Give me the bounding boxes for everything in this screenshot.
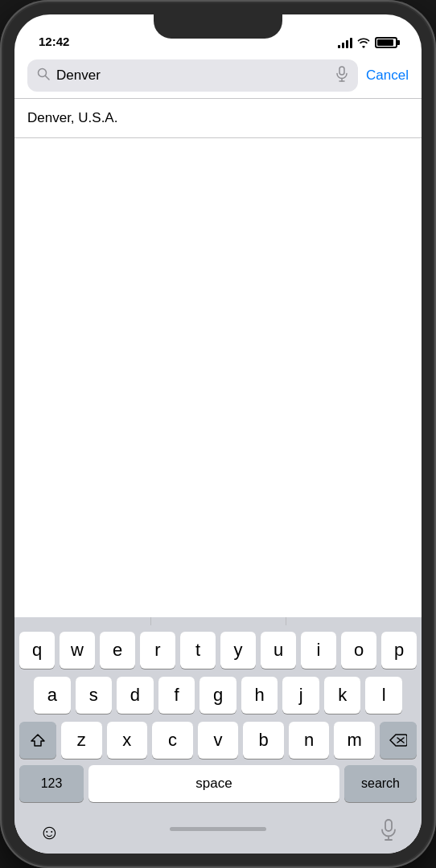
keyboard: q w e r t y u i o p a s d f g xyxy=(14,617,422,854)
key-s[interactable]: s xyxy=(76,677,113,714)
bottom-row: 123 space search xyxy=(14,759,422,810)
result-item[interactable]: Denver, U.S.A. xyxy=(14,99,422,138)
key-i[interactable]: i xyxy=(301,632,336,669)
notch xyxy=(154,14,282,39)
key-v[interactable]: v xyxy=(198,722,239,759)
wifi-icon xyxy=(356,37,371,48)
key-q[interactable]: q xyxy=(19,632,55,669)
keyboard-top-strip xyxy=(14,617,422,625)
home-indicator xyxy=(170,827,266,831)
search-icon xyxy=(37,68,50,84)
key-w[interactable]: w xyxy=(60,632,95,669)
result-list: Denver, U.S.A. xyxy=(14,99,422,617)
emoji-button[interactable]: ☺ xyxy=(39,820,60,845)
key-123[interactable]: 123 xyxy=(19,765,84,802)
key-f[interactable]: f xyxy=(158,677,195,714)
search-input[interactable] xyxy=(56,68,329,84)
key-e[interactable]: e xyxy=(100,632,135,669)
key-c[interactable]: c xyxy=(152,722,193,759)
key-a[interactable]: a xyxy=(34,677,71,714)
keyboard-bottom-bar: ☺ xyxy=(14,810,422,854)
key-p[interactable]: p xyxy=(381,632,417,669)
mic-icon[interactable] xyxy=(335,66,348,85)
key-l[interactable]: l xyxy=(365,677,402,714)
key-r[interactable]: r xyxy=(140,632,175,669)
battery-icon xyxy=(375,37,397,48)
key-u[interactable]: u xyxy=(261,632,296,669)
key-b[interactable]: b xyxy=(243,722,284,759)
search-key[interactable]: search xyxy=(344,765,417,802)
backspace-key[interactable] xyxy=(380,722,417,759)
key-x[interactable]: x xyxy=(107,722,148,759)
shift-key[interactable] xyxy=(19,722,56,759)
key-t[interactable]: t xyxy=(180,632,216,669)
key-k[interactable]: k xyxy=(324,677,361,714)
status-icons xyxy=(338,37,397,48)
key-z[interactable]: z xyxy=(61,722,102,759)
svg-rect-7 xyxy=(385,820,392,831)
key-n[interactable]: n xyxy=(289,722,330,759)
key-row-2: a s d f g h j k l xyxy=(19,677,417,714)
signal-icon xyxy=(338,37,352,48)
space-key[interactable]: space xyxy=(88,765,339,802)
phone-frame: 12:42 xyxy=(0,0,436,868)
key-row-3: z x c v b n m xyxy=(19,722,417,759)
key-d[interactable]: d xyxy=(117,677,154,714)
key-g[interactable]: g xyxy=(199,677,237,714)
key-row-1: q w e r t y u i o p xyxy=(19,632,417,669)
key-m[interactable]: m xyxy=(334,722,375,759)
screen: 12:42 xyxy=(14,14,422,854)
keyboard-rows: q w e r t y u i o p a s d f g xyxy=(14,625,422,759)
key-y[interactable]: y xyxy=(220,632,256,669)
key-o[interactable]: o xyxy=(341,632,376,669)
search-area: Cancel xyxy=(14,53,422,98)
cancel-button[interactable]: Cancel xyxy=(366,68,409,84)
search-input-container[interactable] xyxy=(27,59,358,92)
svg-line-1 xyxy=(46,76,50,80)
mic-bottom-button[interactable] xyxy=(380,819,397,845)
svg-rect-2 xyxy=(339,67,344,75)
key-j[interactable]: j xyxy=(282,677,319,714)
key-h[interactable]: h xyxy=(241,677,278,714)
